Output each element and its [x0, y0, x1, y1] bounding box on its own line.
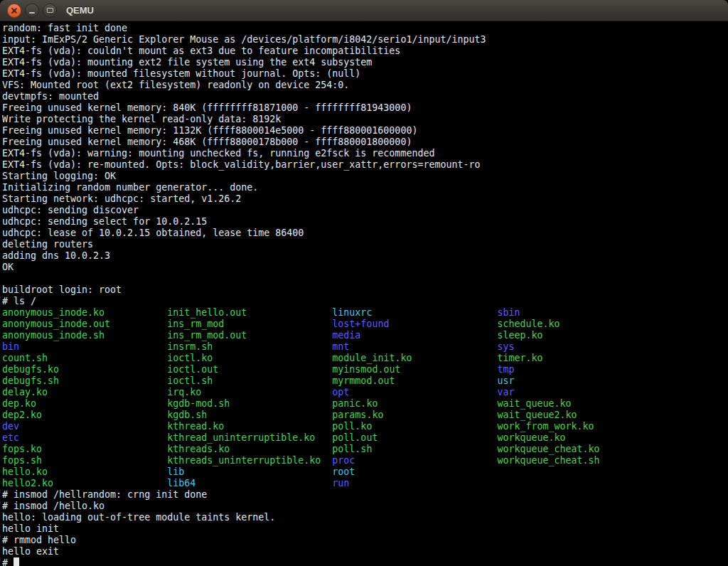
terminal-text: dev: [2, 421, 167, 432]
terminal-output[interactable]: random: fast init doneinput: ImExPS/2 Ge…: [0, 21, 728, 566]
terminal-text: # ls /: [2, 296, 36, 306]
maximize-button[interactable]: [43, 4, 57, 18]
terminal-text: # rmmod hello: [2, 535, 76, 545]
terminal-line: EXT4-fs (vda): re-mounted. Opts: block_v…: [2, 159, 728, 171]
terminal-text: deleting routers: [2, 239, 93, 250]
terminal-text: bin: [2, 341, 167, 352]
terminal-text: run: [332, 478, 349, 488]
terminal-line: Initializing random number generator... …: [2, 182, 728, 193]
terminal-text: anonymous_inode.out: [2, 319, 167, 329]
terminal-text: debugfs.sh: [2, 375, 167, 386]
terminal-line: debugfs.sh ioctl.sh myrmmod.out usr: [2, 375, 728, 387]
terminal-line: Freeing unused kernel memory: 468K (ffff…: [2, 137, 728, 148]
terminal-text: ioctl.ko: [167, 353, 332, 363]
terminal-text: poll.sh: [332, 444, 497, 454]
qemu-window: QEMU random: fast init doneinput: ImExPS…: [0, 0, 728, 566]
terminal-text: poll.out: [332, 432, 497, 443]
terminal-cursor: [14, 557, 19, 566]
terminal-text: timer.ko: [498, 353, 543, 363]
terminal-line: hello2.ko lib64 run: [2, 478, 728, 489]
minimize-button[interactable]: [25, 4, 39, 18]
terminal-text: OK: [2, 262, 14, 272]
terminal-text: sbin: [498, 307, 520, 318]
terminal-line: count.sh ioctl.ko module_init.ko timer.k…: [2, 353, 728, 364]
terminal-line: # insmod /hellrandom: crng init done: [2, 489, 728, 501]
terminal-text: module_init.ko: [332, 353, 497, 363]
terminal-text: irq.ko: [167, 387, 332, 397]
terminal-text: hello init: [2, 523, 59, 534]
terminal-line: [2, 273, 728, 284]
terminal-line: OK: [2, 262, 728, 273]
terminal-line: hello exit: [2, 546, 728, 557]
terminal-text: udhcpc: sending select for 10.0.2.15: [2, 216, 207, 227]
terminal-line: # insmod /hello.ko: [2, 501, 728, 512]
terminal-text: dep2.ko: [2, 410, 167, 420]
terminal-line: udhcpc: sending select for 10.0.2.15: [2, 216, 728, 228]
terminal-text: root: [332, 466, 355, 477]
terminal-line: #: [2, 557, 728, 566]
terminal-line: fops.ko kthreads.ko poll.sh workqueue_ch…: [2, 444, 728, 455]
terminal-text: devtmpfs: mounted: [2, 91, 99, 102]
terminal-text: # insmod /hello.ko: [2, 501, 105, 511]
terminal-line: EXT4-fs (vda): mounted filesystem withou…: [2, 68, 728, 80]
terminal-line: hello init: [2, 523, 728, 535]
terminal-text: sys: [498, 341, 515, 352]
terminal-text: ioctl.sh: [167, 375, 332, 386]
terminal-text: fops.ko: [2, 444, 167, 454]
terminal-text: workqueue.ko: [498, 432, 566, 443]
terminal-text: proc: [332, 455, 497, 466]
terminal-text: hello2.ko: [2, 478, 167, 488]
terminal-text: var: [498, 387, 515, 397]
terminal-text: workqueue_cheat.sh: [498, 455, 600, 466]
terminal-text: kthread.ko: [167, 421, 332, 432]
terminal-text: kthread_uninterruptible.ko: [167, 432, 332, 443]
terminal-text: init_hello.out: [167, 307, 332, 318]
terminal-text: lost+found: [332, 319, 497, 329]
terminal-line: VFS: Mounted root (ext2 filesystem) read…: [2, 80, 728, 91]
terminal-line: Starting network: udhcpc: started, v1.26…: [2, 193, 728, 205]
terminal-line: Starting logging: OK: [2, 171, 728, 182]
terminal-text: anonymous_inode.ko: [2, 307, 167, 318]
close-button[interactable]: [7, 4, 21, 18]
window-title: QEMU: [66, 5, 94, 16]
terminal-line: dev kthread.ko poll.ko work_from_work.ko: [2, 421, 728, 432]
terminal-text: Freeing unused kernel memory: 468K (ffff…: [2, 137, 412, 147]
terminal-line: devtmpfs: mounted: [2, 91, 728, 102]
terminal-text: sleep.ko: [498, 330, 543, 341]
terminal-text: panic.ko: [332, 398, 497, 409]
terminal-line: EXT4-fs (vda): couldn't mount as ext3 du…: [2, 46, 728, 57]
terminal-text: EXT4-fs (vda): mounting ext2 file system…: [2, 57, 372, 68]
terminal-text: Starting logging: OK: [2, 171, 116, 181]
terminal-line: deleting routers: [2, 239, 728, 250]
terminal-line: EXT4-fs (vda): mounting ext2 file system…: [2, 57, 728, 68]
terminal-text: VFS: Mounted root (ext2 filesystem) read…: [2, 80, 349, 90]
terminal-text: media: [332, 330, 497, 341]
terminal-line: adding dns 10.0.2.3: [2, 250, 728, 262]
terminal-text: myrmmod.out: [332, 375, 497, 386]
terminal-line: udhcpc: lease of 10.0.2.15 obtained, lea…: [2, 228, 728, 239]
terminal-text: myinsmod.out: [332, 364, 497, 375]
terminal-text: hello: loading out-of-tree module taints…: [2, 512, 275, 523]
terminal-line: buildroot login: root: [2, 284, 728, 296]
terminal-text: dep.ko: [2, 398, 167, 409]
terminal-text: kgdb-mod.sh: [167, 398, 332, 409]
terminal-line: etc kthread_uninterruptible.ko poll.out …: [2, 432, 728, 444]
terminal-text: mnt: [332, 341, 497, 352]
window-controls: [7, 4, 57, 18]
terminal-text: etc: [2, 432, 167, 443]
terminal-text: work_from_work.ko: [498, 421, 594, 432]
terminal-text: udhcpc: lease of 10.0.2.15 obtained, lea…: [2, 228, 304, 238]
terminal-text: Starting network: udhcpc: started, v1.26…: [2, 193, 241, 204]
terminal-line: # ls /: [2, 296, 728, 307]
terminal-line: fops.sh kthreads_uninterruptible.ko proc…: [2, 455, 728, 466]
terminal-text: poll.ko: [332, 421, 497, 432]
terminal-text: ioctl.out: [167, 364, 332, 375]
terminal-line: EXT4-fs (vda): warning: mounting uncheck…: [2, 148, 728, 159]
terminal-text: udhcpc: sending discover: [2, 205, 139, 215]
terminal-line: dep2.ko kgdb.sh params.ko wait_queue2.ko: [2, 410, 728, 421]
titlebar[interactable]: QEMU: [0, 0, 728, 21]
terminal-text: Freeing unused kernel memory: 840K (ffff…: [2, 102, 412, 113]
terminal-text: tmp: [498, 364, 515, 375]
terminal-line: bin insrm.sh mnt sys: [2, 341, 728, 353]
terminal-line: Write protecting the kernel read-only da…: [2, 114, 728, 125]
